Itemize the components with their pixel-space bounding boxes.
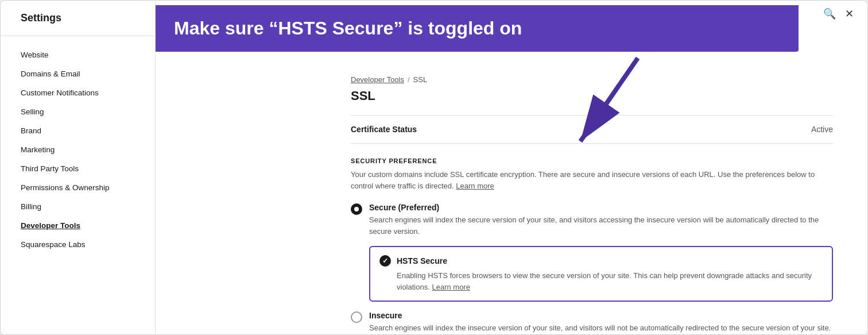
hsts-box-header: HSTS Secure: [379, 255, 823, 267]
section-description: Your custom domains include SSL certific…: [351, 169, 833, 191]
sidebar-item-permissions-ownership[interactable]: Permissions & Ownership: [1, 178, 155, 197]
sidebar-item-selling[interactable]: Selling: [1, 102, 155, 121]
insecure-text: Insecure Search engines will index the i…: [369, 311, 831, 334]
hsts-checkbox[interactable]: [379, 255, 391, 267]
cert-status-row: Certificate Status Active: [351, 115, 833, 144]
insecure-option[interactable]: Insecure Search engines will index the i…: [351, 311, 833, 334]
sidebar-item-developer-tools[interactable]: Developer Tools: [1, 216, 155, 235]
secure-preferred-radio[interactable]: [351, 203, 362, 215]
sidebar-item-marketing[interactable]: Marketing: [1, 140, 155, 159]
insecure-label: Insecure: [369, 311, 831, 320]
breadcrumb-separator: /: [408, 75, 410, 84]
learn-more-link[interactable]: Learn more: [456, 182, 494, 190]
app-window: Settings Website Domains & Email Custome…: [0, 0, 868, 335]
search-icon[interactable]: 🔍: [823, 7, 836, 20]
cert-status-value: Active: [811, 125, 833, 134]
secure-preferred-option[interactable]: Secure (Preferred) Search engines will i…: [351, 203, 833, 237]
sidebar-item-third-party-tools[interactable]: Third Party Tools: [1, 159, 155, 178]
hsts-label: HSTS Secure: [397, 256, 447, 265]
insecure-radio[interactable]: [351, 311, 362, 323]
breadcrumb-current: SSL: [413, 75, 428, 84]
insecure-desc: Search engines will index the insecure v…: [369, 322, 831, 334]
secure-preferred-label: Secure (Preferred): [369, 203, 833, 212]
top-bar: 🔍 ✕: [809, 1, 867, 27]
secure-preferred-text: Secure (Preferred) Search engines will i…: [369, 203, 833, 237]
hsts-learn-more-link[interactable]: Learn more: [432, 283, 470, 291]
main-content: 🔍 ✕ Make sure “HSTS Secure” is toggled o…: [156, 1, 867, 334]
callout-banner: Make sure “HSTS Secure” is toggled on: [156, 5, 799, 52]
page-title: SSL: [351, 88, 833, 103]
section-heading: SECURITY PREFERENCE: [351, 157, 833, 164]
sidebar-item-customer-notifications[interactable]: Customer Notifications: [1, 83, 155, 102]
sidebar-item-brand[interactable]: Brand: [1, 121, 155, 140]
sidebar-item-website[interactable]: Website: [1, 45, 155, 64]
sidebar-item-billing[interactable]: Billing: [1, 197, 155, 216]
secure-preferred-desc: Search engines will index the secure ver…: [369, 214, 833, 237]
close-icon[interactable]: ✕: [845, 7, 854, 20]
cert-status-label: Certificate Status: [351, 125, 417, 134]
hsts-desc: Enabling HSTS forces browsers to view th…: [379, 270, 823, 292]
sidebar-title: Settings: [1, 12, 155, 36]
hsts-secure-box[interactable]: HSTS Secure Enabling HSTS forces browser…: [369, 246, 833, 302]
sidebar: Settings Website Domains & Email Custome…: [1, 1, 156, 334]
breadcrumb-parent[interactable]: Developer Tools: [351, 75, 404, 84]
sidebar-nav: Website Domains & Email Customer Notific…: [1, 45, 155, 254]
sidebar-item-domains-email[interactable]: Domains & Email: [1, 64, 155, 83]
sidebar-item-squarespace-labs[interactable]: Squarespace Labs: [1, 235, 155, 254]
breadcrumb: Developer Tools / SSL: [351, 75, 833, 84]
